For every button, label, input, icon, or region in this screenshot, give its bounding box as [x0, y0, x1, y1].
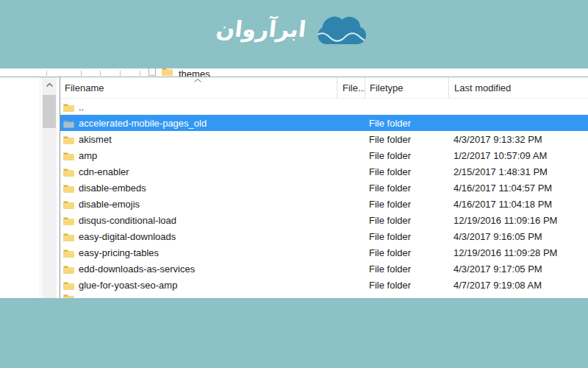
- table-row[interactable]: disable-emojis File folder 4/16/2017 11:…: [60, 196, 588, 212]
- file-modified: 4/3/2017 9:17:05 PM: [448, 263, 588, 275]
- folder-icon: [63, 118, 74, 128]
- chevron-up-icon: [46, 83, 53, 87]
- file-type: File folder: [365, 166, 448, 177]
- tree-line: [46, 71, 47, 76]
- file-modified: 4/16/2017 11:04:57 PM: [448, 183, 588, 194]
- arvancloud-logo: ابرآروان: [216, 10, 372, 49]
- left-pane: [0, 77, 60, 298]
- file-name: cdn-enabler: [79, 166, 129, 177]
- folder-icon: [63, 151, 74, 160]
- table-row[interactable]: disable-embeds File folder 4/16/2017 11:…: [60, 180, 588, 196]
- table-row-selected[interactable]: accelerated-mobile-pages_old File folder: [60, 115, 588, 131]
- remote-tree-strip: themes: [0, 68, 588, 77]
- table-row[interactable]: glue-for-yoast-seo-amp File folder 4/7/2…: [60, 277, 588, 293]
- tree-line: [120, 71, 121, 76]
- sort-ascending-icon: [194, 79, 201, 82]
- tree-line: [81, 71, 82, 76]
- table-row[interactable]: easy-digital-downloads File folder 4/3/2…: [60, 228, 588, 244]
- file-modified: 2/15/2017 1:48:31 PM: [448, 166, 588, 177]
- folder-icon: [63, 280, 74, 290]
- table-row[interactable]: akismet File folder 4/3/2017 9:13:32 PM: [60, 131, 588, 147]
- file-name: ..: [79, 102, 84, 113]
- file-name: disable-embeds: [79, 183, 146, 194]
- folder-icon: [63, 248, 74, 258]
- file-modified: 1/2/2017 10:57:09 AM: [448, 150, 588, 161]
- file-name: edd-downloads-as-services: [79, 263, 195, 275]
- column-header-last-modified[interactable]: Last modified: [448, 77, 588, 98]
- file-name: easy-pricing-tables: [79, 247, 159, 258]
- folder-icon: [63, 232, 74, 241]
- file-name: disable-emojis: [79, 199, 140, 210]
- remote-file-list: Filename File... Filetype Last modified …: [60, 77, 588, 298]
- folder-icon: [63, 264, 74, 274]
- tree-item-themes[interactable]: themes: [179, 69, 210, 77]
- file-name: disqus-conditional-load: [79, 215, 176, 226]
- table-row[interactable]: edd-downloads-as-services File folder 4/…: [60, 261, 588, 277]
- scroll-up-button[interactable]: [42, 77, 57, 92]
- file-modified: 12/19/2016 11:09:28 PM: [448, 247, 588, 258]
- file-type: File folder: [365, 263, 448, 275]
- table-row[interactable]: amp File folder 1/2/2017 10:57:09 AM: [60, 147, 588, 163]
- folder-icon: [63, 167, 74, 177]
- vertical-scrollbar[interactable]: [42, 77, 57, 298]
- folder-icon: [63, 216, 74, 225]
- file-type: File folder: [365, 247, 448, 258]
- tree-line: [100, 71, 101, 76]
- file-modified: 4/3/2017 9:16:05 PM: [448, 231, 588, 242]
- file-modified: 4/16/2017 11:04:18 PM: [448, 199, 588, 210]
- tree-expander-icon[interactable]: [148, 68, 156, 76]
- file-type: File folder: [365, 118, 448, 129]
- folder-icon: [63, 135, 74, 144]
- table-row[interactable]: disqus-conditional-load File folder 12/1…: [60, 212, 588, 228]
- table-row[interactable]: easy-pricing-tables File folder 12/19/20…: [60, 244, 588, 261]
- file-name: amp: [79, 150, 97, 161]
- file-type: File folder: [365, 134, 448, 145]
- file-type: File folder: [365, 150, 448, 161]
- left-pane-divider: [40, 77, 40, 298]
- file-type: File folder: [365, 183, 448, 194]
- file-modified: 12/19/2016 11:09:16 PM: [448, 215, 588, 226]
- file-modified: 4/3/2017 9:13:32 PM: [448, 134, 588, 145]
- file-modified: 4/7/2017 9:19:08 AM: [448, 280, 588, 291]
- file-type: File folder: [365, 280, 448, 291]
- table-row[interactable]: ..: [60, 99, 588, 115]
- folder-icon: [63, 293, 74, 298]
- table-row-clipped: [60, 293, 588, 298]
- file-type: File folder: [365, 199, 448, 210]
- cloud-icon: [313, 10, 372, 49]
- top-banner: ابرآروان: [0, 0, 588, 68]
- bottom-banner: [0, 298, 588, 368]
- column-header-filesize[interactable]: File...: [337, 77, 365, 98]
- file-name: accelerated-mobile-pages_old: [79, 118, 207, 129]
- file-type: File folder: [365, 215, 448, 226]
- file-name: easy-digital-downloads: [79, 231, 176, 242]
- logo-calligraphy-text: ابرآروان: [215, 18, 306, 40]
- folder-icon: [63, 102, 74, 112]
- folder-icon: [162, 68, 173, 76]
- file-name: akismet: [79, 134, 112, 145]
- folder-icon: [63, 199, 74, 209]
- file-name: glue-for-yoast-seo-amp: [79, 280, 177, 291]
- list-header: Filename File... Filetype Last modified: [60, 77, 588, 99]
- file-rows: .. accelerated-mobile-pages_old File fol…: [60, 99, 588, 298]
- column-header-filetype[interactable]: Filetype: [365, 77, 448, 98]
- scrollbar-thumb[interactable]: [43, 95, 56, 128]
- table-row[interactable]: cdn-enabler File folder 2/15/2017 1:48:3…: [60, 163, 588, 180]
- tree-line: [140, 71, 140, 76]
- folder-icon: [63, 183, 74, 193]
- file-type: File folder: [365, 231, 448, 242]
